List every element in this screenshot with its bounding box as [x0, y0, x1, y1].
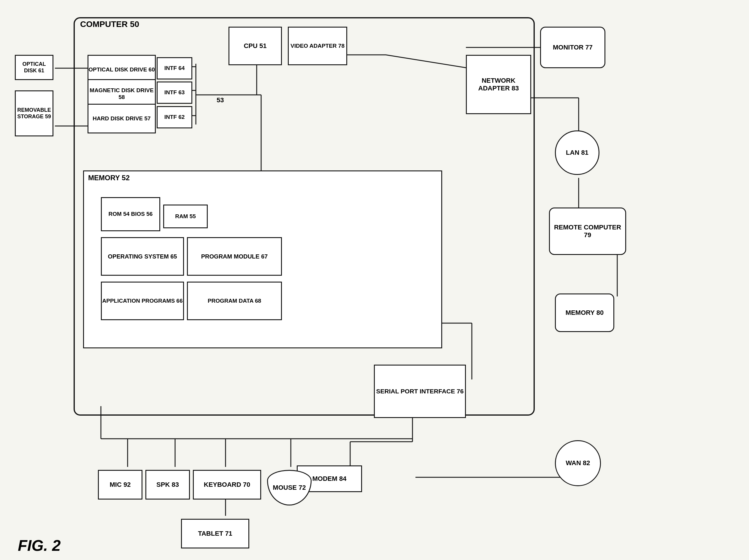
intf63-box: INTF 63: [157, 82, 192, 104]
video-adapter-box: VIDEO ADAPTER 78: [288, 27, 347, 65]
intf62-box: INTF 62: [157, 106, 192, 128]
hard-disk-drive-box: HARD DISK DRIVE 57: [88, 104, 156, 133]
removable-storage-box: REMOVABLE STORAGE 59: [15, 90, 53, 136]
optical-disk-external: OPTICAL DISK 61: [15, 55, 53, 80]
network-adapter-box: NETWORK ADAPTER 83: [466, 55, 531, 114]
bus53-label: 53: [217, 96, 224, 104]
wan-circle: WAN 82: [555, 440, 601, 486]
spk-box: SPK 83: [145, 470, 190, 499]
ram-box: RAM 55: [163, 205, 208, 228]
app-programs-box: APPLICATION PROGRAMS 66: [101, 282, 184, 320]
remote-computer-box: REMOTE COMPUTER 79: [549, 207, 626, 255]
os-box: OPERATING SYSTEM 65: [101, 237, 184, 276]
program-module-box: PROGRAM MODULE 67: [187, 237, 282, 276]
monitor-box: MONITOR 77: [540, 27, 605, 68]
lan-circle: LAN 81: [555, 130, 599, 175]
keyboard-box: KEYBOARD 70: [193, 470, 261, 499]
program-data-box: PROGRAM DATA 68: [187, 282, 282, 320]
svg-line-12: [386, 55, 469, 68]
intf64-box: INTF 64: [157, 57, 192, 80]
tablet-box: TABLET 71: [181, 519, 249, 548]
serial-port-box: SERIAL PORT INTERFACE 76: [374, 365, 466, 418]
memory80-box: MEMORY 80: [555, 293, 614, 332]
diagram: COMPUTER 50 CPU 51 VIDEO ADAPTER 78 MONI…: [9, 9, 739, 552]
computer-box-title: COMPUTER 50: [80, 19, 139, 29]
rom-bios-box: ROM 54 BIOS 56: [101, 197, 160, 231]
cpu-box: CPU 51: [229, 27, 282, 65]
figure-label: FIG. 2: [18, 537, 61, 554]
mic-box: MIC 92: [98, 470, 143, 499]
